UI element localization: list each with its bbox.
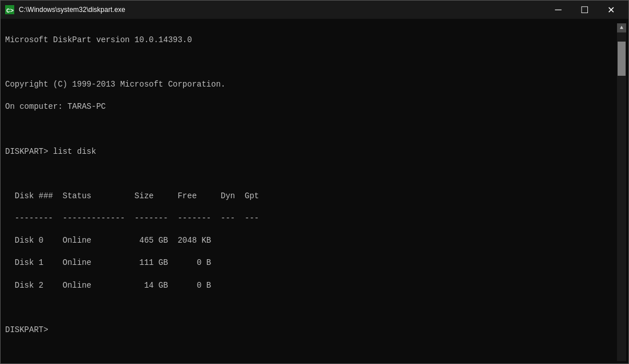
console-output[interactable]: Microsoft DiskPart version 10.0.14393.0 … [3, 23, 617, 361]
cmd-icon: C> [5, 5, 14, 14]
scrollbar-thumb[interactable] [618, 42, 626, 76]
window: C> C:\Windows\system32\diskpart.exe ─ ☐ … [0, 0, 629, 364]
title-bar: C> C:\Windows\system32\diskpart.exe ─ ☐ … [1, 1, 628, 19]
blank-line-1 [5, 57, 615, 68]
version-line: Microsoft DiskPart version 10.0.14393.0 [5, 35, 615, 46]
blank-line-3 [5, 169, 615, 180]
table-header: Disk ### Status Size Free Dyn Gpt [5, 191, 615, 202]
computer-line: On computer: TARAS-PC [5, 101, 615, 113]
table-separator: -------- ------------- ------- ------- -… [5, 213, 615, 224]
scroll-up-button[interactable]: ▲ [617, 23, 626, 32]
disk1-row: Disk 1 Online 111 GB 0 B [5, 257, 615, 269]
blank-line-4 [5, 302, 615, 314]
command-line: DISKPART> list disk [5, 146, 615, 158]
disk0-row: Disk 0 Online 465 GB 2048 KB [5, 235, 615, 247]
scrollbar[interactable]: ▲ [617, 23, 626, 361]
close-button[interactable]: ✕ [598, 1, 624, 19]
prompt-line: DISKPART> [5, 325, 615, 336]
copyright-line: Copyright (C) 1999-2013 Microsoft Corpor… [5, 79, 615, 91]
title-bar-controls: ─ ☐ ✕ [545, 1, 624, 19]
window-title: C:\Windows\system32\diskpart.exe [19, 6, 125, 14]
console-area: Microsoft DiskPart version 10.0.14393.0 … [1, 19, 628, 363]
disk2-row: Disk 2 Online 14 GB 0 B [5, 280, 615, 292]
maximize-button[interactable]: ☐ [571, 1, 598, 19]
svg-text:C>: C> [6, 7, 14, 14]
title-bar-left: C> C:\Windows\system32\diskpart.exe [5, 5, 125, 14]
blank-line-2 [5, 124, 615, 135]
minimize-button[interactable]: ─ [545, 1, 571, 19]
